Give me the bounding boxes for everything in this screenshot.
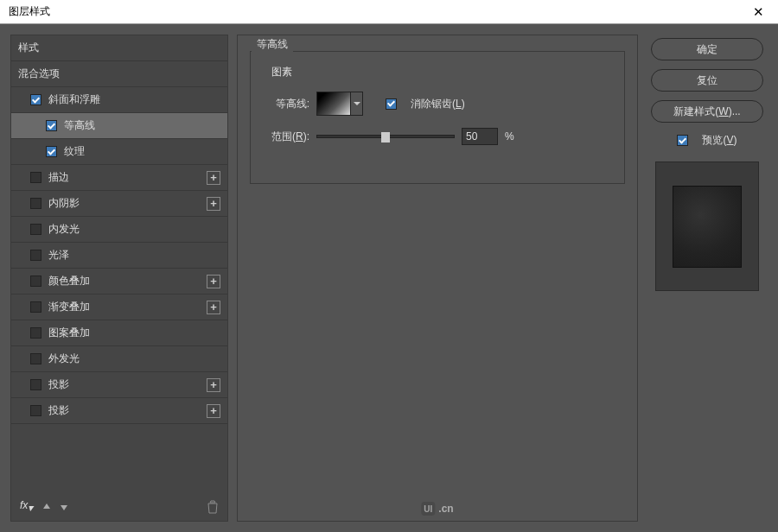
slider-thumb-icon[interactable] [381, 132, 390, 142]
checkbox-satin[interactable] [30, 250, 41, 261]
reset-button[interactable]: 复位 [651, 69, 763, 92]
elements-group: 图素 等高线: 消除锯齿(L) 范围(R): [250, 51, 625, 184]
fx-menu-button[interactable]: fx▾ [20, 499, 33, 514]
checkbox-outer-glow[interactable] [30, 353, 41, 364]
checkbox-gradient-overlay[interactable] [30, 301, 41, 313]
item-pattern-overlay[interactable]: 图案叠加 [11, 320, 227, 346]
contour-picker[interactable] [316, 92, 351, 116]
contour-label: 等高线: [263, 97, 309, 111]
add-gradient-overlay-icon[interactable]: + [207, 301, 220, 314]
preview-swatch [673, 186, 742, 268]
item-bevel-emboss[interactable]: 斜面和浮雕 [11, 87, 227, 113]
item-satin[interactable]: 光泽 [11, 243, 227, 269]
styles-sidebar: 样式 混合选项 斜面和浮雕 等高线 纹理 描边 + 内阴影 + [10, 35, 228, 522]
contour-row: 等高线: 消除锯齿(L) [263, 92, 612, 116]
item-gradient-overlay[interactable]: 渐变叠加 + [11, 294, 227, 320]
checkbox-drop-shadow-1[interactable] [30, 379, 41, 390]
item-inner-shadow[interactable]: 内阴影 + [11, 191, 227, 217]
sidebar-footer: fx▾ [11, 493, 227, 521]
add-inner-shadow-icon[interactable]: + [207, 197, 220, 211]
antialias-label: 消除锯齿(L) [411, 97, 465, 111]
styles-header[interactable]: 样式 [11, 35, 227, 61]
actions-panel: 确定 复位 新建样式(W)... 预览(V) [647, 35, 768, 522]
add-drop-shadow-1-icon[interactable]: + [207, 378, 220, 392]
item-drop-shadow-1[interactable]: 投影 + [11, 372, 227, 398]
settings-panel: 等高线 图素 等高线: 消除锯齿(L) 范围(R): [237, 35, 638, 522]
add-color-overlay-icon[interactable]: + [207, 275, 220, 288]
checkbox-pattern-overlay[interactable] [30, 327, 41, 339]
checkbox-preview[interactable] [677, 135, 688, 146]
checkbox-inner-shadow[interactable] [30, 198, 41, 209]
trash-icon[interactable] [207, 500, 219, 514]
preview-label: 预览(V) [702, 133, 737, 148]
dialog-body: 样式 混合选项 斜面和浮雕 等高线 纹理 描边 + 内阴影 + [0, 24, 778, 532]
checkbox-color-overlay[interactable] [30, 276, 41, 287]
item-inner-glow[interactable]: 内发光 [11, 217, 227, 243]
add-drop-shadow-2-icon[interactable]: + [207, 404, 220, 418]
item-color-overlay[interactable]: 颜色叠加 + [11, 269, 227, 294]
window-title: 图层样式 [9, 4, 50, 19]
move-up-icon[interactable] [41, 502, 52, 512]
range-row: 范围(R): % [263, 128, 612, 145]
checkbox-inner-glow[interactable] [30, 224, 41, 235]
group-label: 图素 [266, 65, 297, 79]
preview-area [655, 162, 759, 291]
watermark: UI .cn [421, 502, 453, 516]
item-outer-glow[interactable]: 外发光 [11, 346, 227, 372]
item-contour[interactable]: 等高线 [11, 113, 227, 139]
checkbox-bevel[interactable] [30, 94, 41, 105]
item-drop-shadow-2[interactable]: 投影 + [11, 398, 227, 424]
blend-options-header[interactable]: 混合选项 [11, 61, 227, 87]
item-texture[interactable]: 纹理 [11, 139, 227, 165]
checkbox-drop-shadow-2[interactable] [30, 405, 41, 416]
new-style-button[interactable]: 新建样式(W)... [651, 100, 763, 123]
checkbox-contour[interactable] [46, 120, 57, 131]
checkbox-texture[interactable] [46, 146, 57, 157]
panel-title: 等高线 [252, 37, 293, 52]
range-slider[interactable] [316, 135, 455, 138]
move-down-icon[interactable] [59, 502, 69, 512]
checkbox-antialias[interactable] [386, 98, 397, 110]
range-input[interactable] [462, 128, 498, 145]
contour-dropdown-icon[interactable] [351, 92, 363, 116]
ok-button[interactable]: 确定 [651, 38, 763, 60]
item-stroke[interactable]: 描边 + [11, 165, 227, 191]
range-unit: % [505, 130, 514, 142]
range-label[interactable]: 范围(R): [263, 130, 309, 144]
checkbox-stroke[interactable] [30, 172, 41, 183]
preview-toggle-row: 预览(V) [677, 133, 737, 148]
watermark-badge-icon: UI [421, 502, 435, 516]
add-stroke-icon[interactable]: + [207, 171, 220, 185]
close-button[interactable]: ✕ [738, 0, 778, 24]
title-bar: 图层样式 ✕ [0, 0, 778, 24]
